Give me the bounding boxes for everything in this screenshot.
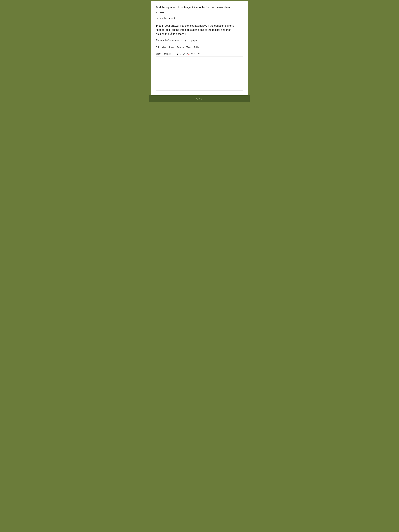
font-color-label: A ∨ xyxy=(187,52,190,55)
toolbar-vertical-divider2 xyxy=(202,52,202,55)
editor-container: Edit View Insert Format Tools Table 12pt… xyxy=(156,46,243,91)
superscript-chevron: ∨ xyxy=(199,53,200,55)
toolbar-divider-line xyxy=(156,50,243,50)
instructions-line2: needed, click on the three dots at the e… xyxy=(156,28,231,31)
menu-bar: Edit View Insert Format Tools Table xyxy=(156,46,243,49)
menu-edit[interactable]: Edit xyxy=(156,46,159,49)
paragraph-select[interactable]: Paragraph ∨ xyxy=(162,52,173,55)
menu-format[interactable]: Format xyxy=(177,46,184,49)
pencil-icon: ✏ xyxy=(191,52,193,55)
sqrt-symbol: √x xyxy=(170,32,172,36)
superscript-label: T2 ∨ xyxy=(196,53,200,55)
text-area[interactable] xyxy=(156,56,243,91)
math-line2: x = −π 4 . xyxy=(156,10,243,15)
font-color-chevron: ∨ xyxy=(188,53,190,55)
fraction-denominator: 4 xyxy=(161,13,163,15)
superscript-exp: 2 xyxy=(198,53,199,55)
instructions: Type in your answer into the text box be… xyxy=(156,24,243,36)
show-work: Show all of your work on your paper. xyxy=(156,39,243,42)
font-size-label: 12pt xyxy=(156,53,160,55)
highlight-chevron: ∨ xyxy=(194,53,195,55)
italic-button[interactable]: I xyxy=(180,52,182,56)
superscript-button[interactable]: T2 ∨ xyxy=(196,52,201,55)
font-color-button[interactable]: A ∨ xyxy=(186,52,190,56)
fraction-numerator: −π xyxy=(160,10,164,13)
menu-insert[interactable]: Insert xyxy=(169,46,174,49)
font-size-select[interactable]: 12pt ∨ xyxy=(156,52,162,55)
superscript-t: T xyxy=(196,53,198,55)
menu-table[interactable]: Table xyxy=(194,46,199,49)
instructions-line1: Type in your answer into the text box be… xyxy=(156,24,234,27)
paragraph-chevron: ∨ xyxy=(172,53,173,55)
fraction: −π 4 xyxy=(160,10,164,15)
instructions-line3: click on the √x to access it. xyxy=(156,32,187,35)
underline-button[interactable]: U xyxy=(182,52,185,56)
highlight-button[interactable]: ✏ ∨ xyxy=(191,52,195,56)
more-options-button[interactable]: ⋮ xyxy=(204,52,207,55)
paragraph-label: Paragraph xyxy=(163,53,171,55)
font-size-chevron: ∨ xyxy=(160,53,161,55)
menu-tools[interactable]: Tools xyxy=(186,46,191,49)
function-line: f (x) = tan x + 2 xyxy=(156,17,243,20)
highlight-label: ✏ ∨ xyxy=(191,52,195,55)
menu-view[interactable]: View xyxy=(162,46,166,49)
bottom-bar: CX1 xyxy=(149,95,250,102)
bold-button[interactable]: B xyxy=(176,52,179,56)
question-line1: Find the equation of the tangent line to… xyxy=(156,5,243,9)
toolbar: 12pt ∨ Paragraph ∨ B I U A ∨ xyxy=(156,51,243,56)
font-color-a-letter: A xyxy=(187,52,188,55)
x-equals: x = xyxy=(156,11,159,14)
period: . xyxy=(165,11,165,14)
white-card: Find the equation of the tangent line to… xyxy=(151,1,248,95)
screen-container: Find the equation of the tangent line to… xyxy=(149,0,250,102)
bottom-text: CX1 xyxy=(196,97,203,101)
